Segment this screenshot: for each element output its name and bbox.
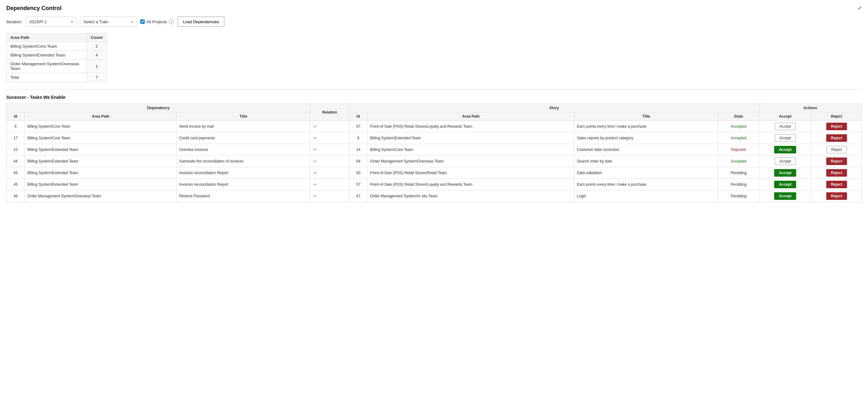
story-title-cell: Data validation xyxy=(574,167,718,179)
table-row: 44Billing System\Extended TeamAutomate t… xyxy=(7,156,862,167)
state-cell: Accepted xyxy=(718,156,759,167)
dep-id-cell: 45 xyxy=(7,179,25,190)
accept-button[interactable]: Accept xyxy=(775,134,796,142)
iteration-value: 2023\PI 1 xyxy=(30,20,47,24)
summary-count: 4 xyxy=(87,51,107,60)
summary-count: 7 xyxy=(87,73,107,82)
reject-button[interactable]: Reject xyxy=(826,181,847,188)
story-title-cell: Login xyxy=(574,190,718,202)
story-area-cell: Order Management System\In situ Team xyxy=(368,190,574,202)
reject-header: Reject xyxy=(811,112,862,121)
relation-cell: -> xyxy=(310,132,349,144)
iteration-dropdown-arrow: ▾ xyxy=(71,20,73,24)
dependency-table: Dependency Relation Story Actions Id Are… xyxy=(6,103,862,202)
summary-table: Area Path Count Billing System\Core Team… xyxy=(6,33,107,82)
dep-title-cell: Invoices reconciliation Report xyxy=(176,167,310,179)
summary-area-path: Billing System\Core Team xyxy=(7,42,87,51)
summary-area-path: Billing System\Extended Team xyxy=(7,51,87,60)
train-dropdown[interactable]: Select a Train ▾ xyxy=(80,17,136,27)
reject-button[interactable]: Reject xyxy=(826,158,847,165)
reject-button[interactable]: Reject xyxy=(826,134,847,142)
dep-id-header: Id xyxy=(7,112,25,121)
table-row: 6Billing System\Core TeamSend invoice by… xyxy=(7,121,862,132)
accept-button[interactable]: Accept xyxy=(774,146,796,153)
story-id-header: Id xyxy=(349,112,367,121)
story-id-cell: 57 xyxy=(349,179,367,190)
relation-cell: -> xyxy=(310,121,349,132)
reject-cell: Reject xyxy=(811,156,862,167)
state-cell: Accepted xyxy=(718,132,759,144)
section-divider xyxy=(6,89,862,90)
summary-count: 2 xyxy=(87,42,107,51)
story-id-cell: 47 xyxy=(349,190,367,202)
accept-button[interactable]: Accept xyxy=(774,181,796,188)
state-cell: Pendding xyxy=(718,190,759,202)
dep-area-cell: Billing System\Extended Team xyxy=(25,144,177,156)
story-area-cell: Point-of-Sale (POS) Retail Stores\Loyalt… xyxy=(368,179,574,190)
summary-row: Total7 xyxy=(7,73,107,82)
relation-cell: -> xyxy=(310,190,349,202)
accept-cell: Accept xyxy=(759,132,811,144)
summary-section: Area Path Count Billing System\Core Team… xyxy=(6,33,862,82)
successor-section: Sucessor - Tasks We Enable Dependency Re… xyxy=(6,95,862,202)
relation-header: Relation xyxy=(310,104,349,121)
dep-area-cell: Billing System\Extended Team xyxy=(25,167,177,179)
reject-button[interactable]: Reject xyxy=(826,123,847,130)
accept-button[interactable]: Accept xyxy=(774,192,796,200)
reject-cell: Reject xyxy=(811,121,862,132)
accept-button[interactable]: Accept xyxy=(775,158,796,165)
story-title-cell: Costumer data correction xyxy=(574,144,718,156)
reject-button[interactable]: Reject xyxy=(827,146,847,153)
dep-title-cell: Restore Password xyxy=(176,190,310,202)
summary-row: Order Management System\Overseas Team1 xyxy=(7,60,107,73)
load-dependencies-button[interactable]: Load Dependencies xyxy=(178,17,225,27)
reject-cell: Reject xyxy=(811,167,862,179)
story-title-cell: Search order by date xyxy=(574,156,718,167)
dep-id-cell: 45 xyxy=(7,167,25,179)
table-row: 45Billing System\Extended TeamInvoices r… xyxy=(7,179,862,190)
accept-cell: Accept xyxy=(759,156,811,167)
story-area-cell: Billing System\Core Team xyxy=(368,144,574,156)
accept-cell: Accept xyxy=(759,190,811,202)
relation-cell: -> xyxy=(310,179,349,190)
summary-row: Billing System\Core Team2 xyxy=(7,42,107,51)
successor-title: Sucessor - Tasks We Enable xyxy=(6,95,862,100)
dep-id-cell: 6 xyxy=(7,121,25,132)
story-area-cell: Point-of-Sale (POS) Retail Stores\Retail… xyxy=(368,167,574,179)
reject-cell: Reject xyxy=(811,179,862,190)
summary-count: 1 xyxy=(87,60,107,73)
story-title-cell: Sales reports by product category xyxy=(574,132,718,144)
story-title-header: Title xyxy=(574,112,718,121)
accept-cell: Accept xyxy=(759,144,811,156)
dep-id-cell: 48 xyxy=(7,190,25,202)
accept-button[interactable]: Accept xyxy=(775,123,796,130)
summary-area-path: Order Management System\Overseas Team xyxy=(7,60,87,73)
table-row: 48Order Management System\Overseas TeamR… xyxy=(7,190,862,202)
story-area-header: Area Path xyxy=(368,112,574,121)
story-area-cell: Order Management System\Overseas Team xyxy=(368,156,574,167)
dep-area-header: Area Path xyxy=(25,112,177,121)
train-dropdown-arrow: ▾ xyxy=(131,20,133,24)
state-cell: Pendding xyxy=(718,167,759,179)
story-title-cell: Earn points every time I make a purchase xyxy=(574,179,718,190)
story-area-cell: Billing System\Extended Team xyxy=(368,132,574,144)
iteration-dropdown[interactable]: 2023\PI 1 ▾ xyxy=(26,17,76,27)
iteration-label: Iteration: xyxy=(6,20,22,24)
reject-cell: Reject xyxy=(811,144,862,156)
all-projects-label: All Projects xyxy=(147,20,167,24)
state-cell: Pendding xyxy=(718,179,759,190)
reject-button[interactable]: Reject xyxy=(826,169,847,177)
summary-area-path: Total xyxy=(7,73,87,82)
reject-button[interactable]: Reject xyxy=(826,192,847,200)
accept-button[interactable]: Accept xyxy=(774,169,796,177)
story-id-cell: 9 xyxy=(349,132,367,144)
all-projects-checkbox[interactable] xyxy=(140,20,145,24)
story-group-header: Story xyxy=(349,104,759,112)
accept-cell: Accept xyxy=(759,121,811,132)
expand-button[interactable]: ⤢ xyxy=(858,5,862,11)
reject-cell: Reject xyxy=(811,132,862,144)
table-row: 45Billing System\Extended TeamInvoices r… xyxy=(7,167,862,179)
story-area-cell: Point-of-Sale (POS) Retail Stores\Loyalt… xyxy=(368,121,574,132)
dep-id-cell: 17 xyxy=(7,132,25,144)
accept-header: Accept xyxy=(759,112,811,121)
